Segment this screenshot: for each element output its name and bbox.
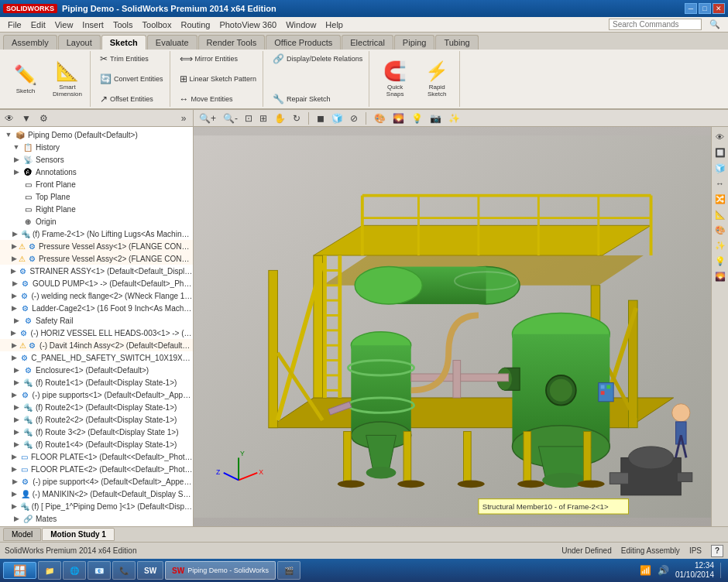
sidebar-icon-8[interactable]: ✨	[713, 238, 727, 252]
tree-frame2[interactable]: ▶ 🔩 (f) Frame-2<1> (No Lifting Lugs<As M…	[0, 228, 193, 240]
close-button[interactable]: ✕	[713, 3, 725, 14]
show-desktop-button[interactable]	[720, 563, 725, 578]
taskbar-explorer[interactable]: 📁	[38, 561, 61, 580]
lights-button[interactable]: 💡	[409, 112, 425, 125]
tree-safety-rail[interactable]: ▶ ⚙ Safety Rail	[0, 314, 193, 327]
tree-welding-neck[interactable]: ▶ ⚙ (-) welding neck flange<2> (WNeck Fl…	[0, 289, 193, 302]
tree-pressure2[interactable]: ▶ ⚠ ⚙ Pressure Vessel Assy<2> (FLANGE CO…	[0, 252, 193, 265]
appearance-button[interactable]: 🎨	[372, 112, 388, 125]
display-style-button[interactable]: ◼	[314, 112, 327, 125]
taskbar-outlook[interactable]: 📧	[88, 561, 111, 580]
tree-enclosure[interactable]: ▶ ⚙ Enclosure<1> (Default<Default>)	[0, 364, 193, 376]
convert-entities-button[interactable]: 🔄 Convert Entities	[97, 73, 167, 85]
menu-help[interactable]: Help	[321, 19, 348, 31]
tree-route2b[interactable]: ▶ 🔩 (f) Route2<2> (Default<Display State…	[0, 413, 193, 426]
sidebar-icon-4[interactable]: ↔	[713, 176, 727, 190]
tree-floor-plate2[interactable]: ▶ ▭ FLOOR PLATE<2> (Default<<Default>_Ph…	[0, 463, 193, 475]
search-commands-input[interactable]	[609, 19, 702, 30]
tab-sketch[interactable]: Sketch	[101, 35, 146, 50]
zoom-out-button[interactable]: 🔍-	[221, 112, 240, 125]
tab-office-products[interactable]: Office Products	[266, 35, 341, 50]
tree-mates[interactable]: ▶ 🔗 Mates	[0, 512, 193, 525]
tree-route2a[interactable]: ▶ 🔩 (f) Route2<1> (Default<Display State…	[0, 401, 193, 413]
zoom-area-button[interactable]: ⊞	[257, 112, 270, 125]
3d-viewport[interactable]: Structural Member10 - of Frame-2<1> X Y …	[194, 127, 711, 526]
sidebar-icon-7[interactable]: 🎨	[713, 223, 727, 237]
minimize-button[interactable]: ─	[685, 3, 697, 14]
tree-horiz-vessel[interactable]: ▶ ⚙ (-) HORIZ VESSEL ELL HEADS-003<1> ->…	[0, 327, 193, 339]
tree-local-pattern[interactable]: ▶ ⊞ LocalPattern1	[0, 525, 193, 526]
smart-dimension-button[interactable]: 📐 SmartDimension	[48, 53, 87, 105]
tree-ladder-cage[interactable]: ▶ ⚙ Ladder-Cage2<1> (16 Foot 9 Inch<As M…	[0, 302, 193, 314]
tab-piping[interactable]: Piping	[394, 35, 435, 50]
tree-route3[interactable]: ▶ 🔩 (f) Route 3<2> (Default<Display Stat…	[0, 426, 193, 438]
menu-edit[interactable]: Edit	[26, 19, 50, 31]
menu-file[interactable]: File	[3, 19, 26, 31]
tab-evaluate[interactable]: Evaluate	[147, 35, 197, 50]
sidebar-icon-1[interactable]: 👁	[713, 130, 727, 144]
display-delete-button[interactable]: 🔗 Display/Delete Relations	[270, 53, 366, 65]
tree-top-plane[interactable]: ▭ Top Plane	[0, 190, 193, 203]
panel-settings-button[interactable]: ⚙	[36, 111, 51, 125]
tree-pressure1[interactable]: ▶ ⚠ ⚙ Pressure Vessel Assy<1> (FLANGE CO…	[0, 240, 193, 252]
tab-motion-study[interactable]: Motion Study 1	[42, 528, 115, 541]
render-button[interactable]: ✨	[446, 112, 462, 125]
mirror-entities-button[interactable]: ⟺ Mirror Entities	[177, 53, 260, 65]
view-orient-button[interactable]: 🧊	[329, 112, 345, 125]
help-button[interactable]: ?	[711, 545, 723, 557]
quick-snaps-button[interactable]: 🧲 QuickSnaps	[376, 53, 414, 105]
fit-button[interactable]: ⊡	[242, 112, 255, 125]
tab-model[interactable]: Model	[3, 528, 41, 541]
sketch-button[interactable]: ✏️ Sketch	[6, 53, 45, 105]
menu-insert[interactable]: Insert	[77, 19, 108, 31]
tree-davit[interactable]: ▶ ⚠ ⚙ (-) Davit 14inch Assy<2> (Default<…	[0, 339, 193, 351]
tree-strainer[interactable]: ▶ ⚙ STRAINER ASSY<1> (Default<Default_Di…	[0, 265, 193, 277]
tree-pipe-supports[interactable]: ▶ ⚙ (-) pipe supports<1> (Default<Defaul…	[0, 389, 193, 401]
tree-right-plane[interactable]: ▭ Right Plane	[0, 203, 193, 215]
tab-layout[interactable]: Layout	[58, 35, 101, 50]
sidebar-icon-3[interactable]: 🧊	[713, 161, 727, 175]
menu-routing[interactable]: Routing	[176, 19, 215, 31]
menu-tools[interactable]: Tools	[108, 19, 138, 31]
sidebar-icon-2[interactable]: 🔲	[713, 146, 727, 159]
taskbar-solidworks[interactable]: SW Piping Demo - SolidWorks	[165, 561, 276, 580]
sidebar-icon-9[interactable]: 💡	[713, 254, 727, 268]
trim-entities-button[interactable]: ✂ Trim Entities	[97, 53, 167, 65]
taskbar-premiere[interactable]: 🎬	[277, 561, 300, 580]
tree-gould-pump[interactable]: ▶ ⚙ GOULD PUMP<1> -> (Default<Default>_P…	[0, 277, 193, 289]
zoom-in-button[interactable]: 🔍+	[197, 112, 218, 125]
clock-display[interactable]: 12:34 01/10/2014	[675, 561, 714, 580]
start-button[interactable]: 🪟	[3, 562, 36, 579]
section-view-button[interactable]: ⊘	[348, 112, 360, 125]
taskbar-sw-icon[interactable]: SW	[137, 561, 163, 580]
tab-electrical[interactable]: Electrical	[342, 35, 393, 50]
tree-route1a[interactable]: ▶ 🔩 (f) Route1<1> (Default<Display State…	[0, 376, 193, 389]
tree-origin[interactable]: ⊕ Origin	[0, 215, 193, 228]
rotate-button[interactable]: ↻	[290, 112, 303, 125]
tree-manikin[interactable]: ▶ 👤 (-) MANIKIN<2> (Default<Default_Disp…	[0, 488, 193, 500]
menu-view[interactable]: View	[50, 19, 78, 31]
rapid-sketch-button[interactable]: ⚡ RapidSketch	[417, 53, 456, 105]
tab-render-tools[interactable]: Render Tools	[198, 35, 266, 50]
pan-button[interactable]: ✋	[272, 112, 288, 125]
tree-safety-switch[interactable]: ▶ ⚙ C_PANEL_HD_SAFETY_SWITCH_10X19X7<1> …	[0, 351, 193, 364]
panel-expand-button[interactable]: »	[176, 111, 191, 125]
taskbar-chrome[interactable]: 🌐	[63, 561, 86, 580]
menu-toolbox[interactable]: Toolbox	[138, 19, 177, 31]
scene-button[interactable]: 🌄	[390, 112, 407, 125]
panel-filter-button[interactable]: ▼	[19, 111, 34, 125]
tab-assembly[interactable]: Assembly	[3, 35, 57, 50]
menu-window[interactable]: Window	[281, 19, 321, 31]
tree-front-plane[interactable]: ▭ Front Plane	[0, 178, 193, 190]
move-entities-button[interactable]: ↔ Move Entities	[177, 93, 260, 105]
tab-tubing[interactable]: Tubing	[435, 35, 478, 50]
menu-search-btn[interactable]: 🔍	[705, 18, 725, 31]
tree-pipe-support4[interactable]: ▶ ⚙ (-) pipe support<4> (Default<Default…	[0, 475, 193, 488]
linear-sketch-pattern-button[interactable]: ⊞ Linear Sketch Pattern	[177, 73, 260, 85]
tree-pipe1[interactable]: ▶ 🔩 (f) [ Pipe_1^Piping Demo ]<1> (Defau…	[0, 500, 193, 512]
camera-button[interactable]: 📷	[428, 112, 444, 125]
panel-eye-button[interactable]: 👁	[2, 111, 17, 125]
tree-sensors[interactable]: ▶ 📡 Sensors	[0, 153, 193, 166]
repair-sketch-button[interactable]: 🔧 Repair Sketch	[270, 93, 366, 105]
menu-photoview[interactable]: PhotoView 360	[215, 19, 281, 31]
